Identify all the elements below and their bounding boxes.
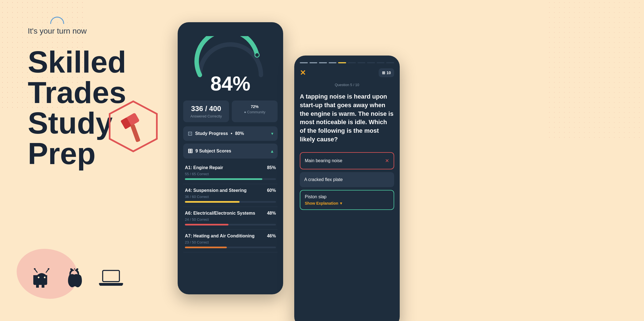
pdot-4 (338, 62, 346, 63)
subject-item-2[interactable]: A6: Electrical/Electronic Systems 48% 24… (183, 207, 278, 230)
stat-community-sub: ● Community (236, 110, 274, 114)
pdot-1 (310, 62, 318, 63)
subjects-header[interactable]: ⊞ 9 Subject Scores ▴ (183, 144, 278, 159)
study-progress-icon: ⊡ (188, 130, 192, 137)
answer-option-correct[interactable]: Piston slap Show Explanation ▾ (300, 190, 394, 210)
subjects-icon: ⊞ (188, 147, 193, 155)
progress-bar-bg-3 (185, 247, 276, 248)
study-progress-separator: • (231, 131, 232, 136)
bg-dots-right (547, 0, 644, 139)
gauge-container: 84% (183, 31, 278, 95)
question-number: Question 5 / 10 (300, 83, 394, 87)
study-progress-chevron: ▾ (271, 131, 273, 136)
subject-percent-1: 60% (267, 188, 276, 193)
title-line1: Skilled (28, 45, 126, 79)
subject-correct-3: 23 / 50 Correct (185, 240, 276, 244)
subject-name-2: A6: Electrical/Electronic Systems (185, 211, 255, 216)
svg-line-2 (35, 269, 37, 272)
progress-dots (300, 62, 394, 63)
svg-rect-11 (130, 124, 140, 142)
show-explanation[interactable]: Show Explanation ▾ (305, 201, 389, 205)
study-progress-label: Study Progress (195, 131, 228, 136)
progress-bar-fill-1 (185, 201, 240, 203)
hammer-container (105, 100, 161, 154)
wrong-icon: ✕ (385, 158, 389, 164)
pdot-7 (367, 62, 375, 63)
subjects-left: ⊞ 9 Subject Scores (188, 147, 231, 155)
pdot-0 (300, 62, 308, 63)
counter-value: 10 (386, 71, 391, 75)
progress-bar-bg-2 (185, 224, 276, 225)
apple-icon (67, 268, 82, 288)
study-progress-left: ⊡ Study Progress • 80% (188, 130, 244, 137)
question-counter: ⊞ 10 (379, 68, 394, 77)
subject-item-0[interactable]: A1: Engine Repair 85% 55 / 65 Correct (183, 161, 278, 184)
close-button[interactable]: ✕ (300, 69, 306, 77)
progress-bar-bg-0 (185, 178, 276, 180)
answer-text-0: Main bearing noise (305, 158, 342, 163)
turn-now-container: It's your turn now (28, 17, 87, 36)
svg-line-3 (46, 269, 49, 272)
subjects-list: A1: Engine Repair 85% 55 / 65 Correct A4… (183, 161, 278, 252)
subjects-toggle[interactable]: ▴ (271, 149, 273, 154)
pdot-9 (386, 62, 394, 63)
subject-correct-1: 36 / 60 Correct (185, 195, 276, 199)
stat-answered: 336 / 400 Answered Correctly (183, 101, 229, 122)
answer-option-neutral[interactable]: A cracked flex plate (300, 172, 394, 187)
stat-answered-sub: Answered Correctly (187, 114, 225, 118)
show-explanation-label: Show Explanation (305, 201, 338, 205)
answer-text-1: A cracked flex plate (304, 177, 343, 182)
turn-now-text: It's your turn now (28, 27, 87, 36)
answer-text-2: Piston slap (305, 194, 389, 199)
progress-bar-fill-3 (185, 247, 227, 248)
platform-icons (33, 268, 124, 288)
subject-correct-2: 24 / 50 Correct (185, 217, 276, 222)
pdot-3 (329, 62, 337, 63)
community-label: Community (247, 110, 265, 114)
arc-icon (50, 17, 64, 24)
title-line4: Prep (28, 136, 96, 170)
left-section: It's your turn now Skilled Trades Study … (0, 0, 183, 321)
stat-community-percent: 72% (251, 104, 258, 109)
title-line3: Study (28, 106, 113, 140)
progress-bar-fill-0 (185, 178, 262, 180)
subject-correct-0: 55 / 65 Correct (185, 172, 276, 176)
subject-percent-0: 85% (267, 165, 276, 170)
stats-row: 336 / 400 Answered Correctly 72% ● Commu… (183, 101, 278, 122)
study-progress-value: 80% (235, 131, 244, 136)
explanation-chevron: ▾ (340, 201, 342, 205)
subject-name-1: A4: Suspension and Steering (185, 188, 246, 193)
answer-option-wrong[interactable]: Main bearing noise ✕ (300, 152, 394, 169)
subject-name-0: A1: Engine Repair (185, 165, 223, 170)
subject-item-1[interactable]: A4: Suspension and Steering 60% 36 / 60 … (183, 184, 278, 207)
subjects-chevron: ▴ (271, 149, 273, 154)
progress-bar-bg-1 (185, 201, 276, 203)
community-dot: ● (244, 110, 247, 114)
phone1: 84% 336 / 400 Answered Correctly 72% ● C… (178, 22, 283, 294)
counter-icon: ⊞ (382, 71, 385, 75)
study-progress-header[interactable]: ⊡ Study Progress • 80% ▾ (183, 126, 278, 141)
gauge-percent: 84% (210, 72, 250, 95)
question-text: A tapping noise is heard upon start-up t… (300, 92, 394, 144)
android-icon (33, 268, 50, 288)
question-header: ✕ ⊞ 10 (300, 68, 394, 77)
stat-answered-main: 336 / 400 (187, 104, 225, 113)
laptop-icon (99, 268, 124, 288)
svg-point-1 (44, 277, 46, 278)
svg-point-12 (255, 53, 259, 57)
svg-rect-7 (103, 270, 119, 282)
hammer-hexagon-icon (105, 100, 161, 153)
subject-item-3[interactable]: A7: Heating and Air Conditioning 46% 23 … (183, 230, 278, 252)
stat-community: 72% ● Community (232, 101, 278, 122)
pdot-5 (348, 62, 356, 63)
subject-name-3: A7: Heating and Air Conditioning (185, 234, 255, 239)
phone2: ✕ ⊞ 10 Question 5 / 10 A tapping noise i… (294, 56, 400, 321)
progress-bar-fill-2 (185, 224, 228, 225)
subject-percent-3: 46% (267, 234, 276, 239)
subjects-label: 9 Subject Scores (195, 149, 231, 154)
svg-point-0 (38, 277, 39, 278)
stat-community-pct: 72% (236, 104, 274, 109)
subject-percent-2: 48% (267, 211, 276, 216)
study-progress-toggle[interactable]: ▾ (271, 131, 273, 136)
pdot-8 (377, 62, 385, 63)
